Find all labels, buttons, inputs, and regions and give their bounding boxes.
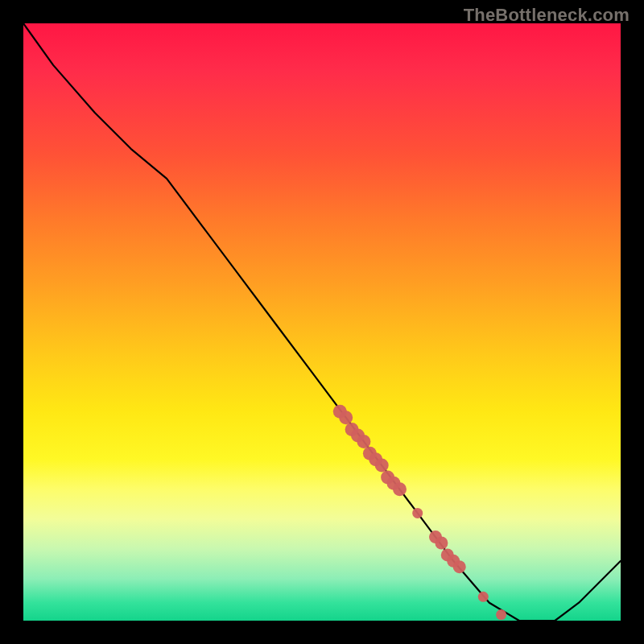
highlight-dot xyxy=(357,435,370,448)
highlight-dot xyxy=(339,411,353,424)
highlight-dot xyxy=(412,508,423,518)
plot-area xyxy=(23,23,621,621)
highlight-dot xyxy=(496,609,506,620)
chart-container: TheBottleneck.com xyxy=(0,0,644,644)
highlight-dot xyxy=(453,560,466,573)
highlight-markers xyxy=(333,405,506,620)
highlight-dot xyxy=(435,537,448,550)
highlight-dot xyxy=(478,592,489,602)
highlight-dot xyxy=(393,482,407,496)
highlight-dot xyxy=(375,459,389,473)
bottleneck-curve xyxy=(23,23,621,621)
chart-svg xyxy=(23,23,621,621)
